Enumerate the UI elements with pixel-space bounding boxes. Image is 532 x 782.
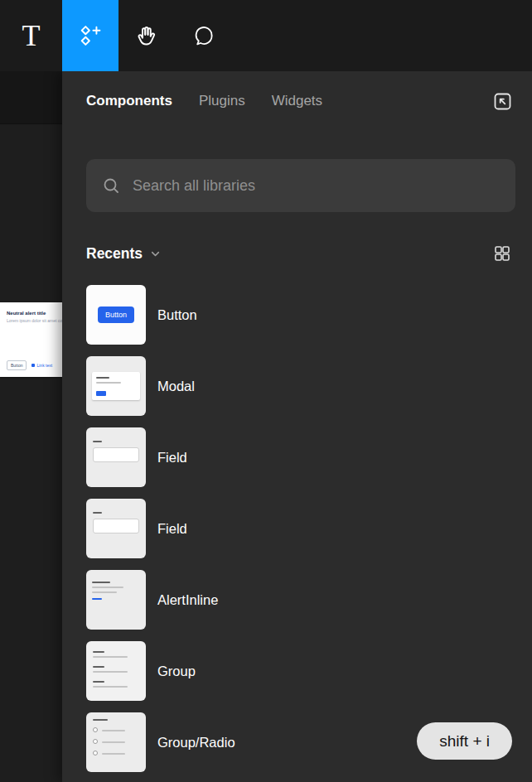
thumbnail-group-radio — [86, 712, 146, 772]
thumbnail-alertinline — [86, 570, 146, 630]
tab-plugins[interactable]: Plugins — [199, 93, 245, 109]
component-label: Group — [157, 664, 196, 679]
grid-view-icon — [492, 244, 512, 263]
component-label: Group/Radio — [157, 735, 235, 751]
components-plus-icon — [77, 22, 104, 49]
component-item-alertinline[interactable]: AlertInline — [86, 570, 532, 630]
arrow-up-left-button[interactable] — [490, 89, 515, 114]
alert-component-on-canvas[interactable]: Neutral alert title Lorem ipsum dolor si… — [0, 302, 62, 377]
shortcut-hint: shift + i — [417, 722, 512, 760]
canvas-top-region — [0, 71, 62, 124]
recents-list: Button Button Modal Field F — [86, 285, 532, 772]
alert-description: Lorem ipsum dolor sit amet consec — [7, 318, 62, 324]
alert-link-text: Link text — [31, 363, 52, 368]
component-item-modal[interactable]: Modal — [86, 356, 532, 416]
text-tool-button[interactable]: T — [0, 0, 62, 71]
figma-app-window: T — [0, 0, 532, 782]
component-label: Field — [157, 521, 187, 537]
component-item-field-2[interactable]: Field — [86, 499, 532, 558]
search-input[interactable] — [133, 177, 501, 195]
alert-actions: Button Link text — [7, 360, 52, 370]
components-panel: Components Plugins Widgets — [62, 71, 532, 782]
canvas-area[interactable]: Neutral alert title Lorem ipsum dolor si… — [0, 71, 62, 782]
search-bar[interactable] — [86, 159, 515, 212]
hand-icon — [134, 23, 159, 48]
recents-dropdown[interactable]: Recents — [86, 245, 161, 263]
component-item-field[interactable]: Field — [86, 427, 532, 487]
tab-widgets[interactable]: Widgets — [272, 93, 322, 109]
component-label: AlertInline — [157, 592, 218, 608]
recents-header-row: Recents — [86, 242, 514, 265]
arrow-up-left-icon — [491, 90, 514, 113]
comment-bubble-icon — [191, 23, 215, 48]
thumbnail-button-preview: Button — [98, 307, 134, 323]
component-label: Button — [157, 307, 197, 323]
component-item-group[interactable]: Group — [86, 641, 532, 701]
components-tool-button[interactable] — [62, 0, 118, 71]
search-icon — [101, 176, 121, 196]
thumbnail-field — [86, 499, 146, 558]
toolbar: T — [0, 0, 532, 71]
tab-components[interactable]: Components — [86, 93, 172, 109]
text-tool-icon: T — [22, 21, 41, 51]
thumbnail-button: Button — [86, 285, 146, 345]
recents-title: Recents — [86, 245, 143, 263]
component-label: Field — [157, 450, 187, 466]
component-label: Modal — [157, 379, 195, 394]
chevron-down-icon — [150, 249, 161, 259]
alert-title: Neutral alert title — [7, 311, 62, 316]
component-item-button[interactable]: Button Button — [86, 285, 532, 345]
panel-tabs-bar: Components Plugins Widgets — [62, 71, 532, 131]
thumbnail-modal — [86, 356, 146, 416]
comment-tool-button[interactable] — [175, 0, 231, 71]
thumbnail-group — [86, 641, 146, 701]
thumbnail-field — [86, 427, 146, 487]
grid-view-button[interactable] — [491, 242, 514, 265]
hand-tool-button[interactable] — [118, 0, 175, 71]
alert-button-chip: Button — [7, 360, 27, 370]
